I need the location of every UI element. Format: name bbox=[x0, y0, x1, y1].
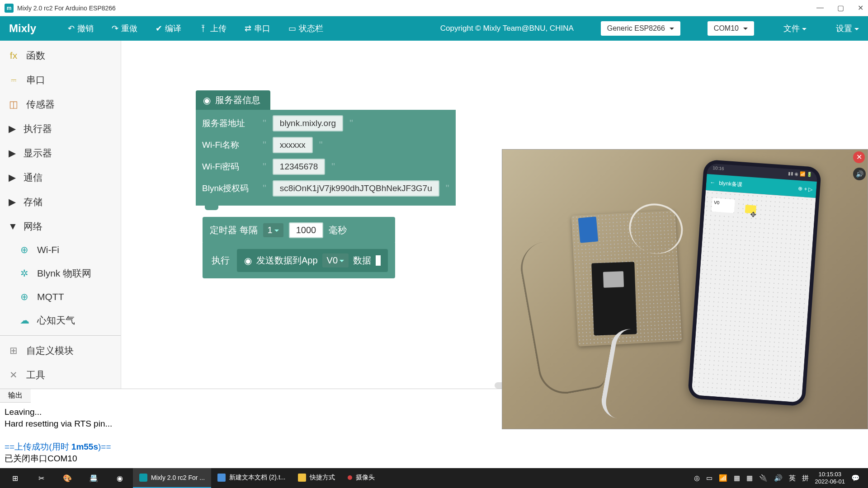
wifi-icon: ⊕ bbox=[19, 244, 30, 255]
sidebar-item-serial[interactable]: ⎓串口 bbox=[0, 68, 121, 92]
phone-time: 10:16 bbox=[712, 165, 724, 174]
token-label: Blynk授权码 bbox=[202, 183, 256, 194]
sidebar-item-function[interactable]: fx函数 bbox=[0, 43, 121, 68]
copyright-text: Copyright © Mixly Team@BNU, CHINA bbox=[440, 24, 574, 33]
sidebar-subitem-wifi[interactable]: ⊕Wi-Fi bbox=[0, 239, 121, 261]
wifi-icon[interactable]: 📶 bbox=[719, 474, 727, 482]
block-send-data[interactable]: ◉ 发送数据到App V0 数据 0 bbox=[237, 249, 388, 272]
ime-icon[interactable]: 拼 bbox=[802, 474, 809, 483]
chevron-down-icon bbox=[274, 230, 279, 234]
block-timer[interactable]: 定时器 每隔 1 1000 毫秒 执行 ◉ 发送数据到App V0 数据 0 bbox=[203, 217, 395, 278]
file-menu[interactable]: 文件 bbox=[783, 23, 807, 34]
taskbar-snip[interactable]: ✂ bbox=[28, 468, 54, 488]
settings-menu[interactable]: 设置 bbox=[836, 23, 859, 34]
sidebar-item-custom[interactable]: ⊞自定义模块 bbox=[0, 338, 121, 363]
token-value[interactable]: sc8iOnK1jV7jk990dhJTQBhNekJF3G7u bbox=[273, 180, 439, 197]
sidebar-item-comm[interactable]: ▶通信 bbox=[0, 165, 121, 190]
sensor-image bbox=[578, 216, 599, 243]
send-data-value[interactable]: 0 bbox=[376, 255, 381, 266]
server-addr-label: 服务器地址 bbox=[202, 117, 256, 129]
window-close[interactable]: ✕ bbox=[858, 4, 863, 12]
window-minimize[interactable]: — bbox=[816, 4, 824, 12]
taskbar-calc[interactable]: 📇 bbox=[80, 468, 107, 488]
tray-icon[interactable]: ▦ bbox=[746, 474, 753, 482]
app-icon: m bbox=[5, 4, 14, 13]
send-data-label: 数据 bbox=[353, 254, 371, 267]
mqtt-icon: ⊕ bbox=[19, 291, 30, 302]
ime-indicator[interactable]: 英 bbox=[789, 474, 796, 483]
battery-icon[interactable]: 🔌 bbox=[759, 474, 768, 482]
compile-button[interactable]: ✔ 编译 bbox=[156, 23, 181, 34]
window-maximize[interactable]: ▢ bbox=[837, 4, 844, 12]
tray-icon[interactable]: ◎ bbox=[694, 474, 700, 482]
chevron-down-icon: ▼ bbox=[8, 221, 16, 232]
wifi-ssid-value[interactable]: xxxxxx bbox=[273, 137, 313, 153]
sidebar-item-storage[interactable]: ▶存储 bbox=[0, 190, 121, 214]
phone-status-icons: ▮▮ ◉ 📶 🔋 bbox=[788, 171, 812, 180]
sidebar-item-sensor[interactable]: ◫传感器 bbox=[0, 92, 121, 117]
board-select[interactable]: Generic ESP8266 bbox=[601, 21, 680, 36]
category-sidebar[interactable]: fx函数 ⎓串口 ◫传感器 ▶执行器 ▶显示器 ▶通信 ▶存储 ▼网络 ⊕Wi-… bbox=[0, 41, 121, 389]
upload-button[interactable]: ⭱ 上传 bbox=[199, 23, 226, 34]
start-button[interactable]: ⊞ bbox=[2, 468, 28, 488]
taskbar-app-camera[interactable]: 摄像头 bbox=[341, 468, 381, 488]
taskbar-app-shortcut[interactable]: 快捷方式 bbox=[292, 468, 341, 488]
sensor-icon: ◫ bbox=[8, 99, 19, 110]
taskbar-paint[interactable]: 🎨 bbox=[54, 468, 80, 488]
sidebar-item-display[interactable]: ▶显示器 bbox=[0, 141, 121, 165]
notification-icon[interactable]: 💬 bbox=[851, 474, 860, 482]
tray-icon[interactable]: ▭ bbox=[706, 474, 712, 482]
window-titlebar: m Mixly 2.0 rc2 For Arduino ESP8266 — ▢ … bbox=[0, 0, 868, 16]
redo-button[interactable]: ↷ 重做 bbox=[112, 23, 137, 34]
sidebar-subitem-blynk[interactable]: ✲Blynk 物联网 bbox=[0, 261, 121, 286]
window-title: Mixly 2.0 rc2 For Arduino ESP8266 bbox=[17, 5, 116, 12]
phone-widget: V0 bbox=[712, 198, 735, 213]
server-addr-value[interactable]: blynk.mixly.org bbox=[273, 115, 343, 131]
fx-icon: fx bbox=[8, 50, 19, 61]
chevron-right-icon: ▶ bbox=[8, 123, 16, 134]
chevron-right-icon: ▶ bbox=[8, 172, 16, 183]
plug-icon: ⎓ bbox=[8, 75, 19, 85]
wifi-ssid-label: Wi-Fi名称 bbox=[202, 139, 256, 151]
taskbar-edge[interactable]: ◉ bbox=[107, 468, 133, 488]
chevron-down-icon bbox=[670, 28, 674, 32]
sidebar-item-actuator[interactable]: ▶执行器 bbox=[0, 117, 121, 141]
sidebar-item-bafayun[interactable]: ▶巴法云 bbox=[0, 387, 121, 389]
statusbar-button[interactable]: ▭ 状态栏 bbox=[288, 23, 323, 34]
camera-sound-button[interactable]: 🔊 bbox=[853, 168, 866, 180]
puzzle-icon: ⊞ bbox=[8, 345, 19, 356]
timer-unit-label: 毫秒 bbox=[329, 224, 347, 236]
exec-label: 执行 bbox=[212, 254, 230, 267]
taskbar-app-notepad[interactable]: 新建文本文档 (2).t... bbox=[211, 468, 292, 488]
sidebar-subitem-mqtt[interactable]: ⊕MQTT bbox=[0, 286, 121, 308]
send-pin-select[interactable]: V0 bbox=[322, 253, 349, 267]
timer-num-select[interactable]: 1 bbox=[263, 223, 283, 237]
sidebar-item-tools[interactable]: ✕工具 bbox=[0, 363, 121, 387]
sidebar-subitem-weather[interactable]: ☁心知天气 bbox=[0, 308, 121, 333]
wrench-icon: ✕ bbox=[8, 370, 19, 380]
wifi-pwd-value[interactable]: 12345678 bbox=[273, 159, 326, 175]
chevron-down-icon bbox=[743, 28, 748, 32]
camera-close-button[interactable]: ✕ bbox=[853, 151, 865, 163]
volume-icon[interactable]: 🔊 bbox=[774, 474, 783, 482]
send-label: 发送数据到App bbox=[256, 254, 318, 267]
block-server-info[interactable]: ◉服务器信息 服务器地址"blynk.mixly.org" Wi-Fi名称"xx… bbox=[196, 90, 456, 210]
serial-button[interactable]: ⇄ 串口 bbox=[245, 23, 270, 34]
output-tab[interactable]: 输出 bbox=[0, 389, 31, 403]
timer-interval-input[interactable]: 1000 bbox=[289, 222, 324, 238]
sidebar-item-network[interactable]: ▼网络 bbox=[0, 214, 121, 239]
chevron-down-icon bbox=[340, 260, 344, 264]
port-select[interactable]: COM10 bbox=[708, 21, 754, 36]
undo-button[interactable]: ↶ 撤销 bbox=[68, 23, 94, 34]
back-icon: ← bbox=[710, 179, 716, 186]
taskbar-app-mixly[interactable]: Mixly 2.0 rc2 For ... bbox=[133, 468, 211, 488]
system-tray: ◎ ▭ 📶 ▦ ▦ 🔌 🔊 英 拼 10:15:03 2022-06-01 💬 bbox=[694, 471, 867, 485]
tray-icon[interactable]: ▦ bbox=[734, 474, 740, 482]
chevron-right-icon: ▶ bbox=[8, 148, 16, 159]
blynk-icon: ✲ bbox=[19, 268, 30, 279]
chevron-down-icon bbox=[802, 28, 807, 33]
timer-label: 定时器 每隔 bbox=[210, 224, 258, 236]
taskbar-clock[interactable]: 10:15:03 2022-06-01 bbox=[815, 471, 845, 485]
wifi-icon: ◉ bbox=[203, 95, 211, 106]
wifi-icon: ◉ bbox=[244, 255, 252, 266]
